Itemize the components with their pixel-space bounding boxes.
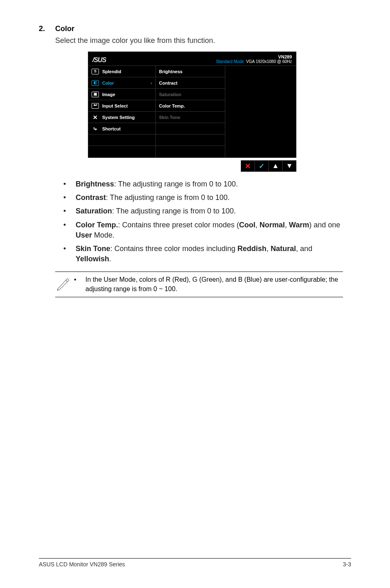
submenu-label: Skin Tone bbox=[159, 115, 180, 120]
desc: : Contains three color modes including bbox=[110, 245, 238, 253]
menu-empty bbox=[88, 146, 155, 157]
term-inline: Reddish bbox=[238, 245, 267, 253]
footer-left: ASUS LCD Monitor VN289 Series bbox=[39, 561, 125, 568]
down-arrow-icon: ▼ bbox=[286, 162, 293, 170]
submenu-label: Brightness bbox=[159, 69, 182, 74]
menu-label: System Setting bbox=[102, 115, 134, 120]
submenu-contrast[interactable]: Contract bbox=[156, 77, 225, 89]
menu-label: Input Select bbox=[102, 103, 128, 108]
input-select-icon: ⮨ bbox=[92, 103, 99, 109]
submenu-skin-tone[interactable]: Skin Tone bbox=[156, 112, 225, 123]
list-item: • Contrast: The adjusting range is from … bbox=[63, 193, 343, 203]
bullet-dot-icon: • bbox=[63, 206, 76, 216]
menu-label: Color bbox=[102, 81, 114, 85]
section-number: 2. bbox=[39, 25, 55, 33]
list-item: • Skin Tone: Contains three color modes … bbox=[63, 244, 343, 264]
desc: . bbox=[109, 255, 111, 263]
submenu-empty bbox=[156, 123, 225, 135]
bullet-dot-icon: • bbox=[63, 179, 76, 189]
term: Color Temp. bbox=[76, 221, 118, 229]
osd-header: /SUS VN289 Standard Mode VGA 1920x1080 @… bbox=[88, 52, 296, 66]
menu-label: Shortcut bbox=[102, 126, 121, 131]
bullet-dot-icon: • bbox=[63, 220, 76, 240]
menu-label: Splendid bbox=[102, 69, 121, 74]
submenu-color-temp[interactable]: Color Temp. bbox=[156, 100, 225, 112]
list-item: • Color Temp.: Contains three preset col… bbox=[63, 220, 343, 240]
osd-model: VN289 bbox=[216, 54, 292, 59]
submenu-label: Saturation bbox=[159, 92, 181, 97]
nav-enter-button[interactable]: ✓ bbox=[255, 160, 269, 172]
feature-list: • Brightness: The adjusting range is fro… bbox=[63, 179, 343, 264]
list-item: • Saturation: The adjusting range is fro… bbox=[63, 206, 343, 216]
desc: : The adjusting range is from 0 to 100. bbox=[112, 207, 236, 215]
term: Skin Tone bbox=[76, 245, 110, 253]
nav-close-button[interactable]: ✕ bbox=[241, 160, 255, 172]
check-icon: ✓ bbox=[259, 162, 264, 171]
osd-panel: /SUS VN289 Standard Mode VGA 1920x1080 @… bbox=[88, 52, 296, 158]
color-icon: ◧ bbox=[92, 80, 99, 86]
osd-value-pane bbox=[225, 66, 296, 157]
image-icon: ▣ bbox=[92, 92, 99, 97]
term-inline: Normal bbox=[260, 221, 285, 229]
menu-shortcut[interactable]: ⤷ Shortcut bbox=[88, 123, 155, 135]
desc: : The adjusting range is from 0 to 100. bbox=[114, 180, 238, 188]
note-text: In the User Mode, colors of R (Red), G (… bbox=[85, 275, 343, 294]
desc: : The adjusting range is from 0 to 100. bbox=[106, 193, 230, 202]
osd-mode-prefix: Standard Mode bbox=[216, 59, 244, 64]
desc: : Contains three preset color modes ( bbox=[118, 221, 239, 229]
footer-page-number: 3-3 bbox=[343, 561, 351, 568]
desc: ) and one bbox=[309, 221, 340, 229]
desc: , bbox=[267, 245, 271, 253]
submenu-label: Contract bbox=[159, 81, 177, 85]
desc: , bbox=[256, 221, 260, 229]
term-inline: Yellowish bbox=[76, 255, 109, 263]
osd-mode-detail: VGA 1920x1080 @ 60Hz bbox=[246, 59, 292, 64]
menu-system-setting[interactable]: ✕ System Setting bbox=[88, 112, 155, 123]
page-footer: ASUS LCD Monitor VN289 Series 3-3 bbox=[39, 558, 351, 568]
up-arrow-icon: ▲ bbox=[272, 162, 279, 170]
submenu-saturation[interactable]: Saturation bbox=[156, 89, 225, 100]
term-inline: Warm bbox=[289, 221, 309, 229]
term-inline: Natural bbox=[271, 245, 296, 253]
splendid-icon: S bbox=[92, 69, 99, 74]
shortcut-icon: ⤷ bbox=[92, 126, 99, 132]
menu-empty bbox=[88, 135, 155, 146]
pencil-icon bbox=[55, 275, 74, 291]
nav-down-button[interactable]: ▼ bbox=[282, 160, 296, 172]
desc: , and bbox=[296, 245, 312, 253]
submenu-empty bbox=[156, 135, 225, 146]
menu-image[interactable]: ▣ Image bbox=[88, 89, 155, 100]
osd-main-menu: S Splendid ◧ Color › ▣ Image ⮨ Input Sel… bbox=[88, 66, 156, 157]
desc: , bbox=[285, 221, 289, 229]
brand-logo: /SUS bbox=[92, 56, 106, 64]
submenu-label: Color Temp. bbox=[159, 103, 185, 108]
menu-label: Image bbox=[102, 92, 115, 97]
nav-up-button[interactable]: ▲ bbox=[269, 160, 282, 172]
submenu-arrow-icon: › bbox=[150, 81, 152, 85]
term-inline: User bbox=[76, 231, 92, 239]
section-intro: Select the image color you like from thi… bbox=[55, 36, 351, 45]
section-title: Color bbox=[55, 25, 74, 33]
menu-input-select[interactable]: ⮨ Input Select bbox=[88, 100, 155, 112]
note-block: • In the User Mode, colors of R (Red), G… bbox=[55, 272, 343, 297]
menu-color[interactable]: ◧ Color › bbox=[88, 77, 155, 89]
term: Contrast bbox=[76, 193, 106, 202]
term: Brightness bbox=[76, 180, 114, 188]
desc: Mode. bbox=[92, 231, 114, 239]
bullet-dot-icon: • bbox=[74, 275, 85, 294]
osd-submenu: Brightness Contract Saturation Color Tem… bbox=[156, 66, 225, 157]
bullet-dot-icon: • bbox=[63, 244, 76, 264]
submenu-empty bbox=[156, 146, 225, 157]
bullet-dot-icon: • bbox=[63, 193, 76, 203]
term: Saturation bbox=[76, 207, 112, 215]
close-icon: ✕ bbox=[245, 162, 251, 171]
submenu-brightness[interactable]: Brightness bbox=[156, 66, 225, 77]
menu-splendid[interactable]: S Splendid bbox=[88, 66, 155, 77]
term-inline: Cool bbox=[239, 221, 256, 229]
osd-nav-buttons: ✕ ✓ ▲ ▼ bbox=[88, 160, 296, 172]
system-setting-icon: ✕ bbox=[92, 114, 99, 120]
list-item: • Brightness: The adjusting range is fro… bbox=[63, 179, 343, 189]
